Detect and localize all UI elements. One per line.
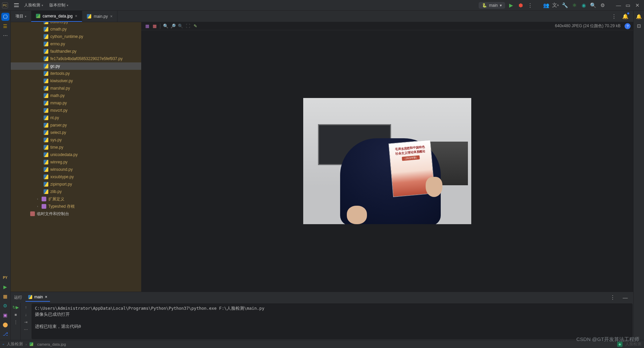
terminal-tool-icon[interactable]: ▣ (1, 311, 9, 319)
tree-library[interactable]: ›Typeshed 存根 (11, 203, 141, 210)
run-tool-icon[interactable]: ▶ (1, 283, 9, 291)
project-tool-icon[interactable]: 🖵 (1, 13, 9, 21)
run-controls: ↻▶ ■ ⋮ (11, 303, 21, 340)
tree-file[interactable]: unicodedata.py (11, 151, 141, 158)
tree-file[interactable]: winsound.py (11, 166, 141, 173)
python-packages-icon[interactable]: ▦ (1, 292, 9, 300)
tree-file[interactable]: math.py (11, 92, 141, 99)
color-picker-icon[interactable]: ✎ (192, 23, 199, 30)
tree-file[interactable]: nt.py (11, 114, 141, 121)
zoom-in-icon[interactable]: 🔍 (162, 23, 169, 30)
tab-options-icon[interactable]: ⋮ (609, 12, 618, 21)
run-configuration[interactable]: 🐍 main ▾ (479, 2, 505, 9)
ai-icon[interactable]: ⚛ (570, 1, 579, 10)
scroll-down-icon[interactable]: ↓ (22, 311, 29, 318)
breadcrumb-root[interactable]: 人脸检测 (7, 342, 23, 347)
run-button[interactable]: ▶ (507, 1, 516, 10)
tree-file[interactable]: zlib.py (11, 188, 141, 195)
project-dropdown[interactable]: 项目▾ (11, 11, 31, 22)
editor-tab-main-py[interactable]: main.py× (82, 11, 117, 22)
zoom-actual-icon[interactable]: 🔍 (177, 23, 184, 30)
file-type-icon (30, 342, 33, 346)
tree-file[interactable]: xxsubtype.py (11, 173, 141, 181)
zoom-out-icon[interactable]: 🔎 (170, 23, 176, 30)
run-panel-options-icon[interactable]: ⋮ (608, 293, 617, 302)
main-menu-icon[interactable] (14, 3, 19, 7)
tree-file[interactable]: mmap.py (11, 99, 141, 107)
run-more-icon[interactable]: ⋮ (12, 319, 19, 326)
console-output[interactable]: C:\Users\Administrator\AppData\Local\Pro… (32, 303, 633, 339)
search-icon[interactable]: 🔍 (589, 1, 597, 10)
run-tab-main[interactable]: main × (25, 293, 50, 302)
close-tab-icon[interactable]: × (75, 14, 77, 18)
python-console-icon[interactable]: PY (1, 274, 9, 282)
maximize-icon[interactable]: ▭ (624, 1, 632, 10)
tree-file[interactable]: cython_runtime.py (11, 33, 141, 40)
python-file-icon (44, 167, 48, 172)
tree-file[interactable]: time.py (11, 144, 141, 151)
editor-tab-camera_data-jpg[interactable]: camera_data.jpg× (31, 11, 82, 22)
translate-icon[interactable]: 文A (551, 1, 560, 10)
zoom-fit-icon[interactable]: ⛶ (184, 23, 191, 30)
python-file-icon (44, 56, 48, 61)
grid-icon[interactable]: ▦ (151, 23, 158, 30)
tree-library[interactable]: ›扩展定义 (11, 195, 141, 203)
image-canvas[interactable]: 毛泽东思想和中国特色 社会主义理论体系概论 （2023年版） (141, 30, 633, 292)
tree-file[interactable]: select.py (11, 129, 141, 136)
console-more-icon[interactable]: ⋯ (22, 326, 29, 333)
breadcrumb-file[interactable]: camera_data.jpg (37, 342, 66, 346)
tree-file[interactable]: winreg.py (11, 158, 141, 166)
code-with-me-icon[interactable]: 👥 (542, 1, 550, 10)
tree-file[interactable]: msvcrt.py (11, 107, 141, 114)
tree-file[interactable]: gc.py (11, 62, 141, 70)
notifications-tool-icon[interactable]: 🔔 (635, 13, 643, 20)
close-run-tab-icon[interactable]: × (45, 295, 47, 299)
more-run-icon[interactable]: ⋮ (526, 1, 534, 10)
stop-icon[interactable]: ■ (12, 311, 19, 318)
tree-file[interactable]: kiwisolver.py (11, 77, 141, 85)
tree-file[interactable]: errno.py (11, 40, 141, 48)
ai-assistant-icon[interactable]: ⊡ (635, 22, 643, 30)
file-py-icon (87, 14, 91, 18)
menu-face-detect[interactable]: 人脸检测▾ (24, 2, 43, 8)
close-tab-icon[interactable]: × (110, 14, 112, 19)
run-panel-hide-icon[interactable]: ― (621, 293, 630, 302)
help-icon[interactable]: ? (625, 23, 631, 29)
tree-file[interactable]: parser.py (11, 121, 141, 129)
soft-wrap-icon[interactable]: ⇥ (22, 319, 29, 326)
debug-button[interactable]: ⬢ (516, 1, 525, 10)
python-file-icon (44, 138, 48, 142)
minimize-icon[interactable]: ― (614, 1, 623, 10)
tree-file[interactable]: sys.py (11, 136, 141, 144)
notifications-icon[interactable]: 🔔 (621, 12, 630, 21)
menu-vcs[interactable]: 版本控制▾ (49, 2, 68, 8)
rerun-icon[interactable]: ↻▶ (12, 304, 19, 311)
python-file-icon (44, 175, 48, 179)
transparency-icon[interactable]: ▦ (144, 23, 151, 30)
close-window-icon[interactable]: ✕ (633, 1, 642, 10)
status-bar: ▫ 人脸检测 › camera_data.jpg ◆ 人脸检测 (0, 340, 644, 348)
tree-file[interactable]: itertools.py (11, 70, 141, 77)
tree-file[interactable]: marshal.py (11, 85, 141, 92)
python-file-icon (44, 79, 48, 83)
settings-icon[interactable]: ⚙ (598, 1, 607, 10)
tree-file[interactable]: builtins.py (11, 22, 141, 26)
scroll-up-icon[interactable]: ↑ (22, 304, 29, 311)
more-tools-icon[interactable]: ⋯ (1, 32, 9, 40)
tree-file[interactable]: cmath.py (11, 26, 141, 33)
problems-tool-icon[interactable]: ⬤ (1, 320, 9, 329)
editor-tabbar: camera_data.jpg×main.py× (31, 11, 606, 22)
vcs-tool-icon[interactable]: ⎇ (1, 330, 9, 338)
sync-icon[interactable]: ◉ (579, 1, 588, 10)
tree-file[interactable]: zipimport.py (11, 181, 141, 188)
project-tree[interactable]: builtins.pycmath.pycython_runtime.pyerrn… (11, 22, 141, 292)
structure-tool-icon[interactable]: ☰ (1, 22, 9, 30)
python-file-icon (44, 86, 48, 91)
app-icon[interactable]: PC (2, 2, 8, 8)
services-tool-icon[interactable]: ⚙ (1, 302, 9, 310)
python-file-icon (44, 27, 48, 32)
build-icon[interactable]: 🔧 (560, 1, 569, 10)
tree-file[interactable]: fe17a9cb4bdaf05853229027e5fef937.py (11, 55, 141, 62)
tree-scratches[interactable]: 临时文件和控制台 (11, 210, 141, 217)
tree-file[interactable]: faulthandler.py (11, 48, 141, 55)
